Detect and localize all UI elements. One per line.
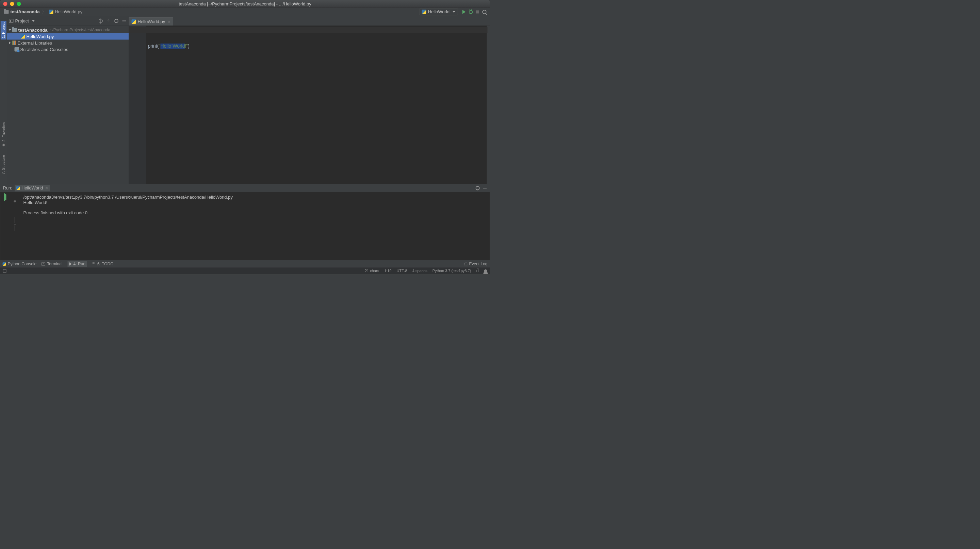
tree-scratches[interactable]: Scratches and Consoles xyxy=(7,46,129,53)
memory-indicator[interactable] xyxy=(484,270,487,273)
status-encoding[interactable]: UTF-8 xyxy=(397,269,407,273)
star-icon: ★ xyxy=(1,143,6,147)
folder-icon xyxy=(12,28,17,32)
python-file-icon xyxy=(132,19,136,24)
console-output[interactable]: /opt/anaconda3/envs/test1py3.7/bin/pytho… xyxy=(20,192,490,260)
python-console-button[interactable]: Python Console xyxy=(3,262,37,267)
close-run-tab-button[interactable]: × xyxy=(45,186,48,191)
close-window-button[interactable] xyxy=(3,2,8,6)
editor-tabs: HelloWorld.py × xyxy=(129,16,490,26)
close-tab-button[interactable]: × xyxy=(168,19,170,24)
chevron-down-icon xyxy=(453,11,455,13)
editor-tab-label: HelloWorld.py xyxy=(138,19,165,24)
run-button[interactable] xyxy=(461,8,468,15)
hide-run-panel-button[interactable] xyxy=(482,186,487,190)
search-everywhere-button[interactable] xyxy=(481,8,488,15)
scratches-label: Scratches and Consoles xyxy=(21,47,68,52)
expand-arrow-icon[interactable] xyxy=(9,41,11,44)
tree-file-helloworld[interactable]: HelloWorld.py xyxy=(7,33,129,40)
folder-icon xyxy=(4,10,9,14)
print-button[interactable] xyxy=(14,217,15,223)
collapse-icon xyxy=(107,19,110,22)
collapse-all-button[interactable] xyxy=(106,18,111,23)
expand-arrow-icon[interactable] xyxy=(8,29,11,31)
line-gutter: 1 xyxy=(129,26,146,184)
python-file-icon xyxy=(21,34,25,39)
python-file-icon xyxy=(422,10,426,14)
project-icon xyxy=(9,19,14,23)
gear-icon xyxy=(115,19,118,23)
editor-tab-helloworld[interactable]: HelloWorld.py × xyxy=(129,17,173,25)
structure-tool-button[interactable]: 7: Structure xyxy=(2,155,6,175)
current-line-highlight xyxy=(129,27,488,33)
run-tool-button[interactable]: 4: Run xyxy=(68,261,87,267)
bell-icon xyxy=(464,262,467,265)
status-indent[interactable]: 4 spaces xyxy=(412,269,427,273)
tree-file-label: HelloWorld.py xyxy=(27,34,54,39)
minus-icon xyxy=(483,188,487,189)
project-sidebar: Project testAnaconda ~/PycharmProjects/t… xyxy=(7,16,129,184)
project-path-label: ~/PycharmProjects/testAnaconda xyxy=(50,27,110,32)
clear-button[interactable] xyxy=(14,226,15,231)
todo-icon xyxy=(92,262,95,266)
status-chars: 21 chars xyxy=(365,269,379,273)
run-panel-label: Run: xyxy=(3,186,12,191)
readonly-toggle[interactable] xyxy=(476,270,479,272)
run-config-label: HelloWorld xyxy=(428,9,450,14)
status-position[interactable]: 1:19 xyxy=(384,269,391,273)
python-file-icon xyxy=(16,186,20,190)
run-settings-button[interactable] xyxy=(476,186,480,190)
run-configuration-selector[interactable]: HelloWorld xyxy=(419,8,458,16)
editor-right-gutter xyxy=(487,26,490,184)
locate-file-button[interactable] xyxy=(98,18,103,23)
debug-button[interactable] xyxy=(468,8,474,15)
favorites-tool-button[interactable]: ★ 2: Favorites xyxy=(1,122,7,147)
trash-icon xyxy=(14,225,15,231)
run-toolbar-left xyxy=(0,192,10,260)
up-stack-button[interactable] xyxy=(14,195,16,200)
tree-project-root[interactable]: testAnaconda ~/PycharmProjects/testAnaco… xyxy=(7,27,129,33)
play-icon xyxy=(69,262,72,266)
code-content[interactable]: print("Hello World!") xyxy=(146,26,487,184)
search-icon xyxy=(482,10,487,14)
gear-icon xyxy=(476,186,479,190)
library-icon xyxy=(12,41,16,45)
titlebar: testAnaconda [~/PycharmProjects/testAnac… xyxy=(0,0,490,8)
run-tool-window: Run: HelloWorld × xyxy=(0,184,490,260)
code-editor[interactable]: 1 print("Hello World!") xyxy=(129,26,490,184)
left-tool-rail: 1: Project ★ 2: Favorites 7: Structure xyxy=(0,16,7,184)
play-icon xyxy=(4,193,6,202)
hide-sidebar-button[interactable] xyxy=(122,18,127,23)
status-bar: 21 chars 1:19 UTF-8 4 spaces Python 3.7 … xyxy=(0,268,490,274)
target-icon xyxy=(99,19,103,23)
breadcrumb-project-label: testAnaconda xyxy=(11,9,40,14)
python-file-icon xyxy=(49,10,53,14)
project-tool-button[interactable]: 1: Project xyxy=(1,21,6,40)
stop-button[interactable] xyxy=(474,8,481,15)
external-libs-label: External Libraries xyxy=(18,40,52,46)
scratches-icon xyxy=(14,47,19,52)
breadcrumb-separator: 〉 xyxy=(42,9,46,15)
terminal-button[interactable]: Terminal xyxy=(41,262,62,267)
run-tab-helloworld[interactable]: HelloWorld × xyxy=(14,185,50,192)
maximize-window-button[interactable] xyxy=(17,2,21,6)
tree-external-libraries[interactable]: External Libraries xyxy=(7,40,129,46)
print-icon xyxy=(14,217,15,223)
terminal-icon xyxy=(41,262,45,265)
breadcrumb-project[interactable]: testAnaconda xyxy=(2,9,41,14)
down-stack-button[interactable] xyxy=(14,203,16,208)
project-view-label: Project xyxy=(15,18,29,24)
tool-windows-toggle[interactable] xyxy=(3,270,6,273)
event-log-button[interactable]: Event Log xyxy=(464,262,487,267)
settings-button[interactable] xyxy=(114,18,119,23)
arrow-down-icon xyxy=(14,201,16,208)
run-tab-label: HelloWorld xyxy=(21,186,43,191)
bottom-tool-bar: Python Console Terminal 4: Run 6: TODO E… xyxy=(0,260,490,268)
breadcrumb-file[interactable]: HelloWorld.py xyxy=(47,9,84,14)
project-view-selector[interactable]: Project xyxy=(9,18,35,24)
project-name-label: testAnaconda xyxy=(18,27,48,33)
todo-button[interactable]: 6: TODO xyxy=(92,262,114,267)
minimize-window-button[interactable] xyxy=(10,2,14,6)
rerun-button[interactable] xyxy=(4,195,6,200)
status-interpreter[interactable]: Python 3.7 (test1py3.7) xyxy=(433,269,471,273)
